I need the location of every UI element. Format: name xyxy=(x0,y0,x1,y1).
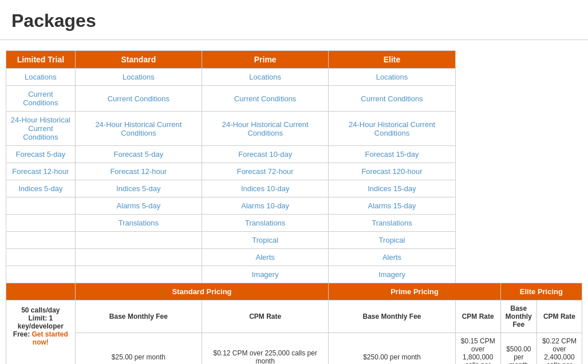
header-prime: Prime xyxy=(202,51,329,69)
feature-row-forecast-day: Forecast 5-day Forecast 5-day Forecast 1… xyxy=(6,146,582,163)
feature-row-tropical: Tropical Tropical xyxy=(6,232,582,249)
header-row: Limited Trial Standard Prime Elite xyxy=(6,51,582,69)
prime-forecast-hour: Forecast 72-hour xyxy=(202,163,329,180)
standard-24hr: 24-Hour Historical Current Conditions xyxy=(75,112,202,146)
standard-base-value: $25.00 per month xyxy=(75,333,202,365)
prime-pricing-header: Prime Pricing xyxy=(329,283,500,300)
elite-alerts: Alerts xyxy=(329,249,455,266)
feature-row-24hr: 24-Hour Historical Current Conditions 24… xyxy=(6,112,582,146)
feature-row-current-conditions: Current Conditions Current Conditions Cu… xyxy=(6,86,582,112)
prime-forecast-day: Forecast 10-day xyxy=(202,146,329,163)
free-info: Free: Get started now! xyxy=(10,330,72,346)
elite-base-header: Base Monthly Fee xyxy=(500,300,536,333)
elite-tropical: Tropical xyxy=(329,232,455,249)
elite-cpm-value: $0.22 CPM over 2,400,000 calls per month xyxy=(536,333,582,365)
standard-alarms: Alarms 5-day xyxy=(75,197,202,215)
standard-forecast-hour: Forecast 12-hour xyxy=(75,163,202,180)
pricing-header-row: Standard Pricing Prime Pricing Elite Pri… xyxy=(6,283,582,300)
elite-current: Current Conditions xyxy=(329,86,455,112)
standard-base-header: Base Monthly Fee xyxy=(75,300,202,333)
header-elite: Elite xyxy=(329,51,455,69)
limited-24hr: 24-Hour Historical Current Conditions xyxy=(6,112,76,146)
pricing-header-empty xyxy=(6,283,76,300)
standard-locations: Locations xyxy=(75,69,202,86)
limited-alerts xyxy=(6,249,76,266)
page-title: Packages xyxy=(11,10,577,31)
feature-row-forecast-hour: Forecast 12-hour Forecast 12-hour Foreca… xyxy=(6,163,582,180)
prime-cpm-header: CPM Rate xyxy=(455,300,500,333)
standard-indices: Indices 5-day xyxy=(75,180,202,197)
elite-translations: Translations xyxy=(329,215,455,232)
left-info: 50 calls/day Limit: 1 key/developer Free… xyxy=(6,300,76,365)
elite-base-value: $500.00 per month xyxy=(500,333,536,365)
prime-base-header: Base Monthly Fee xyxy=(329,300,455,333)
prime-alarms: Alarms 10-day xyxy=(202,197,329,215)
pricing-sub-header-row: 50 calls/day Limit: 1 key/developer Free… xyxy=(6,300,582,333)
get-started-link[interactable]: Get started now! xyxy=(32,330,68,346)
elite-cpm-header: CPM Rate xyxy=(536,300,582,333)
prime-translations: Translations xyxy=(202,215,329,232)
prime-alerts: Alerts xyxy=(202,249,329,266)
elite-pricing-header: Elite Pricing xyxy=(500,283,582,300)
standard-cpm-value: $0.12 CPM over 225,000 calls per month xyxy=(202,333,329,365)
prime-24hr: 24-Hour Historical Current Conditions xyxy=(202,112,329,146)
standard-tropical xyxy=(75,232,202,249)
limited-forecast-day: Forecast 5-day xyxy=(6,146,76,163)
limited-indices: Indices 5-day xyxy=(6,180,76,197)
standard-alerts xyxy=(75,249,202,266)
elite-alarms: Alarms 15-day xyxy=(329,197,455,215)
elite-locations: Locations xyxy=(329,69,455,86)
packages-container: Limited Trial Standard Prime Elite Locat… xyxy=(0,40,588,364)
prime-locations: Locations xyxy=(202,69,329,86)
limited-imagery xyxy=(6,266,76,283)
limited-translations xyxy=(6,215,76,232)
pricing-values-row: $25.00 per month $0.12 CPM over 225,000 … xyxy=(6,333,582,365)
limited-locations: Locations xyxy=(6,69,76,86)
elite-indices: Indices 15-day xyxy=(329,180,455,197)
standard-current: Current Conditions xyxy=(75,86,202,112)
limited-alarms xyxy=(6,197,76,215)
standard-forecast-day: Forecast 5-day xyxy=(75,146,202,163)
packages-table: Limited Trial Standard Prime Elite Locat… xyxy=(6,50,582,364)
prime-tropical: Tropical xyxy=(202,232,329,249)
page-header: Packages xyxy=(0,0,588,40)
standard-pricing-header: Standard Pricing xyxy=(75,283,329,300)
feature-row-imagery: Imagery Imagery xyxy=(6,266,582,283)
limited-forecast-hour: Forecast 12-hour xyxy=(6,163,76,180)
feature-row-indices: Indices 5-day Indices 5-day Indices 10-d… xyxy=(6,180,582,197)
limit-label: Limit: 1 key/developer xyxy=(10,314,72,330)
feature-row-alarms: Alarms 5-day Alarms 10-day Alarms 15-day xyxy=(6,197,582,215)
header-limited-trial: Limited Trial xyxy=(6,51,76,69)
limited-tropical xyxy=(6,232,76,249)
standard-translations: Translations xyxy=(75,215,202,232)
elite-forecast-day: Forecast 15-day xyxy=(329,146,455,163)
elite-24hr: 24-Hour Historical Current Conditions xyxy=(329,112,455,146)
limited-current: Current Conditions xyxy=(6,86,76,112)
elite-imagery: Imagery xyxy=(329,266,455,283)
prime-current: Current Conditions xyxy=(202,86,329,112)
feature-row-translations: Translations Translations Translations xyxy=(6,215,582,232)
free-label: Free: xyxy=(13,330,30,338)
prime-indices: Indices 10-day xyxy=(202,180,329,197)
standard-cpm-header: CPM Rate xyxy=(202,300,329,333)
prime-imagery: Imagery xyxy=(202,266,329,283)
elite-forecast-hour: Forecast 120-hour xyxy=(329,163,455,180)
prime-base-value: $250.00 per month xyxy=(329,333,455,365)
calls-per-day: 50 calls/day xyxy=(10,306,72,314)
feature-row-locations: Locations Locations Locations Locations xyxy=(6,69,582,86)
prime-cpm-value: $0.15 CPM over 1,800,000 calls per month xyxy=(455,333,500,365)
header-standard: Standard xyxy=(75,51,202,69)
standard-imagery xyxy=(75,266,202,283)
feature-row-alerts: Alerts Alerts xyxy=(6,249,582,266)
